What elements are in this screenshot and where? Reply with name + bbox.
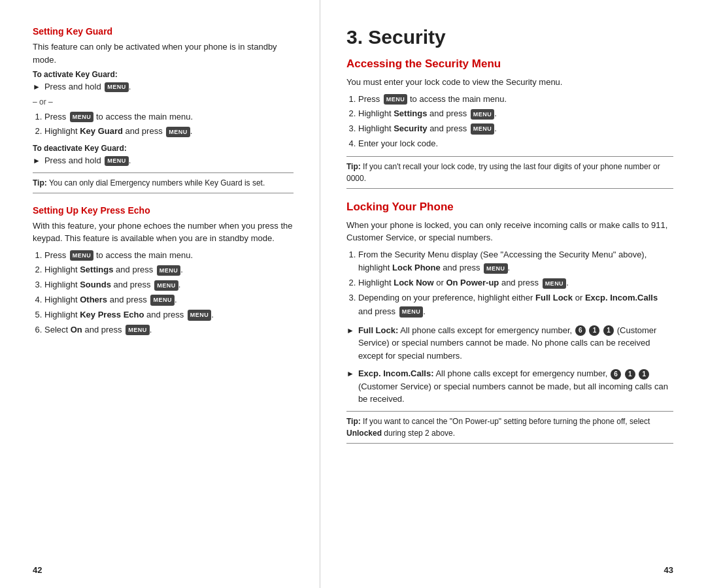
menu-btn-1: MENU [70, 112, 94, 122]
accessing-security-section: Accessing the Security Menu You must ent… [346, 57, 673, 189]
bullet-arrow-icon: ► [33, 81, 41, 93]
key-guard-step-2: Highlight Key Guard and press MENU. [44, 125, 294, 139]
num-badge-1c: 1 [625, 369, 635, 380]
echo-step-5: Highlight Key Press Echo and press MENU. [44, 308, 294, 322]
menu-btn-echo-1: MENU [70, 250, 94, 261]
echo-step-1: Press MENU to access the main menu. [44, 249, 294, 263]
locking-phone-steps: From the Security Menu display (See "Acc… [358, 248, 673, 319]
full-lock-bullet: ► Full Lock: All phone calls except for … [346, 324, 673, 363]
activate-bullet: ► Press and hold MENU. [33, 80, 294, 93]
lock-step-3: Depending on your preference, highlight … [358, 291, 673, 319]
key-press-echo-section: Setting Up Key Press Echo With this feat… [33, 205, 294, 337]
menu-btn-sec-1: MENU [384, 94, 408, 105]
menu-btn-lock-2: MENU [543, 278, 567, 289]
locking-phone-title: Locking Your Phone [346, 201, 673, 214]
echo-step-2: Highlight Settings and press MENU. [44, 263, 294, 277]
menu-button-icon: MENU [105, 82, 129, 93]
locking-phone-intro: When your phone is locked, you can only … [346, 219, 673, 244]
echo-step-3: Highlight Sounds and press MENU. [44, 278, 294, 292]
key-press-echo-intro: With this feature, your phone echoes the… [33, 220, 294, 245]
left-page: Setting Key Guard This feature can only … [0, 0, 320, 588]
deactivate-press-hold: Press and hold [44, 155, 101, 165]
locking-tip: Tip: If you want to cancel the "On Power… [346, 411, 673, 444]
security-step-2: Highlight Settings and press MENU. [358, 107, 673, 121]
excp-label: Excp. Incom.Calls: [358, 368, 434, 378]
security-step-1: Press MENU to access the main menu. [358, 93, 673, 106]
num-badge-1d: 1 [639, 369, 649, 380]
chapter-title: 3. Security [346, 26, 673, 48]
key-guard-intro: This feature can only be activated when … [33, 41, 294, 66]
menu-btn-2: MENU [166, 127, 190, 137]
menu-btn-echo-4: MENU [150, 295, 175, 305]
security-tip: Tip: If you can't recall your lock code,… [346, 156, 673, 189]
num-badge-6b: 6 [611, 369, 621, 380]
excp-bullet: ► Excp. Incom.Calls: All phone calls exc… [346, 367, 673, 406]
echo-step-6: Select On and press MENU. [44, 323, 294, 337]
menu-btn-echo-2: MENU [157, 265, 181, 276]
left-page-number: 42 [33, 565, 42, 575]
bullet-arrow-deactivate-icon: ► [33, 155, 41, 167]
key-guard-tip: Tip: You can only dial Emergency numbers… [33, 172, 294, 193]
menu-btn-echo-5: MENU [188, 310, 212, 320]
press-and-hold-text: Press and hold [44, 82, 101, 91]
menu-btn-lock-3: MENU [399, 306, 424, 317]
full-lock-arrow-icon: ► [346, 325, 354, 336]
locking-phone-section: Locking Your Phone When your phone is lo… [346, 201, 673, 444]
menu-btn-deactivate-icon: MENU [105, 156, 129, 167]
accessing-security-title: Accessing the Security Menu [346, 57, 673, 71]
deactivate-bullet: ► Press and hold MENU. [33, 154, 294, 167]
security-step-4: Enter your lock code. [358, 137, 673, 151]
echo-step-4: Highlight Others and press MENU. [44, 293, 294, 307]
security-step-3: Highlight Security and press MENU. [358, 122, 673, 136]
accessing-security-intro: You must enter your lock code to view th… [346, 76, 673, 89]
lock-step-1: From the Security Menu display (See "Acc… [358, 248, 673, 276]
right-page-number: 43 [664, 565, 673, 575]
key-press-echo-steps: Press MENU to access the main menu. High… [44, 249, 294, 337]
lock-step-2: Highlight Lock Now or On Power-up and pr… [358, 276, 673, 290]
menu-btn-sec-3: MENU [471, 123, 495, 134]
menu-btn-lock-1: MENU [484, 263, 508, 274]
accessing-security-steps: Press MENU to access the main menu. High… [358, 93, 673, 151]
setting-key-guard-title: Setting Key Guard [33, 26, 294, 37]
or-text: – or – [33, 96, 294, 108]
menu-btn-sec-2: MENU [471, 109, 495, 120]
menu-btn-echo-6: MENU [126, 325, 150, 335]
num-badge-1a: 1 [589, 325, 599, 336]
excp-arrow-icon: ► [346, 368, 354, 380]
full-lock-label: Full Lock: [358, 325, 398, 335]
to-deactivate-label: To deactivate Key Guard: [33, 144, 294, 153]
to-activate-label: To activate Key Guard: [33, 70, 294, 79]
key-press-echo-title: Setting Up Key Press Echo [33, 205, 294, 216]
setting-key-guard-section: Setting Key Guard This feature can only … [33, 26, 294, 193]
key-guard-step-1: Press MENU to access the main menu. [44, 110, 294, 124]
right-page: 3. Security Accessing the Security Menu … [320, 0, 706, 588]
num-badge-1b: 1 [603, 325, 614, 336]
num-badge-6a: 6 [575, 325, 586, 336]
menu-btn-echo-3: MENU [154, 280, 178, 291]
key-guard-steps: Press MENU to access the main menu. High… [44, 110, 294, 139]
